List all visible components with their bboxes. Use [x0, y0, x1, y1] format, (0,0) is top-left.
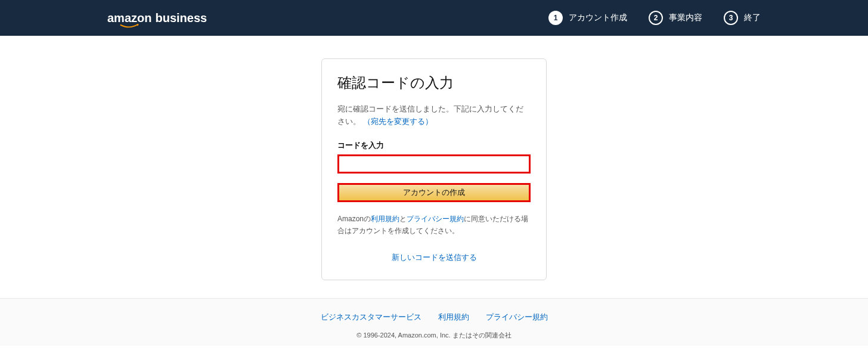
- code-input[interactable]: [337, 154, 531, 174]
- code-field-label: コードを入力: [337, 140, 531, 151]
- resend-code-container: 新しいコードを送信する: [337, 252, 531, 263]
- verification-card: 確認コードの入力 宛に確認コードを送信しました。下記に入力してください。 （宛先…: [321, 58, 547, 280]
- resend-code-link[interactable]: 新しいコードを送信する: [392, 253, 477, 262]
- footer-customer-service-link[interactable]: ビジネスカスタマーサービス: [321, 312, 421, 323]
- terms-text: Amazonの利用規約とプライバシー規約に同意いただける場合はアカウントを作成し…: [337, 213, 531, 237]
- step-account-create: 1 アカウント作成: [548, 11, 627, 25]
- step-business-info: 2 事業内容: [649, 11, 702, 25]
- card-title: 確認コードの入力: [337, 73, 531, 92]
- change-recipient-link[interactable]: （宛先を変更する）: [363, 117, 433, 126]
- main-content: 確認コードの入力 宛に確認コードを送信しました。下記に入力してください。 （宛先…: [0, 36, 868, 298]
- header: amazon business 1 アカウント作成 2 事業内容 3 終了: [0, 0, 868, 36]
- footer-privacy-link[interactable]: プライバシー規約: [486, 312, 548, 323]
- amazon-business-logo[interactable]: amazon business: [107, 11, 207, 25]
- footer-links: ビジネスカスタマーサービス 利用規約 プライバシー規約: [0, 312, 868, 323]
- instruction-text: 宛に確認コードを送信しました。下記に入力してください。 （宛先を変更する）: [337, 103, 531, 128]
- footer-terms-link[interactable]: 利用規約: [438, 312, 469, 323]
- progress-steps: 1 アカウント作成 2 事業内容 3 終了: [548, 11, 761, 25]
- step-3-circle: 3: [724, 11, 738, 25]
- copyright-text: © 1996-2024, Amazon.com, Inc. またはその関連会社: [0, 331, 868, 340]
- step-1-label: アカウント作成: [569, 13, 627, 23]
- footer: ビジネスカスタマーサービス 利用規約 プライバシー規約 © 1996-2024,…: [0, 298, 868, 346]
- step-2-label: 事業内容: [669, 13, 702, 23]
- step-3-label: 終了: [744, 13, 761, 23]
- step-finish: 3 終了: [724, 11, 761, 25]
- step-1-circle: 1: [548, 11, 563, 25]
- step-2-circle: 2: [649, 11, 663, 25]
- amazon-smile-icon: [118, 24, 141, 29]
- logo-business-text: business: [155, 11, 207, 25]
- privacy-policy-link[interactable]: プライバシー規約: [407, 215, 464, 223]
- terms-of-use-link[interactable]: 利用規約: [371, 215, 399, 223]
- create-account-button[interactable]: アカウントの作成: [337, 183, 531, 202]
- logo-amazon-text: amazon: [107, 11, 151, 25]
